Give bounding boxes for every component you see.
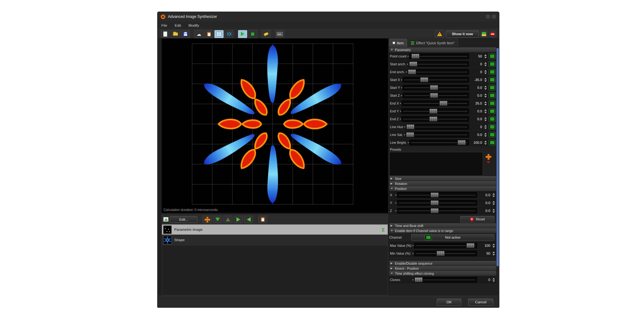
parameter-label[interactable]: Line Sat. xyxy=(390,133,403,137)
dropdown-arrow-icon[interactable]: ▾ xyxy=(395,202,397,204)
modulation-button[interactable] xyxy=(489,77,496,83)
parameter-slider[interactable] xyxy=(406,124,469,130)
spinner[interactable] xyxy=(483,93,487,98)
section-enable-channel[interactable]: ▼ Enable item if Channel value is in ran… xyxy=(389,228,496,233)
save-button[interactable] xyxy=(181,30,190,38)
spinner[interactable] xyxy=(483,140,487,145)
parameter-value[interactable]: 0 xyxy=(470,70,483,74)
slider-thumb[interactable] xyxy=(430,208,439,213)
parameter-value[interactable]: 0 xyxy=(470,62,483,66)
play-button[interactable] xyxy=(238,30,247,38)
paste-item-button[interactable] xyxy=(258,216,267,223)
spinner[interactable] xyxy=(483,61,487,67)
parameter-slider[interactable] xyxy=(397,208,477,214)
parameter-value[interactable]: 100 xyxy=(478,244,491,247)
slider-thumb[interactable] xyxy=(406,124,414,129)
move-up-button[interactable] xyxy=(223,216,232,223)
presets-list[interactable] xyxy=(389,152,483,176)
spinner[interactable] xyxy=(483,77,487,83)
spinner[interactable] xyxy=(483,124,487,130)
effect-button[interactable] xyxy=(225,30,234,38)
dropdown-arrow-icon[interactable]: ▾ xyxy=(404,133,405,136)
slider-thumb[interactable] xyxy=(429,109,437,114)
parameter-label[interactable]: End anch. xyxy=(390,70,405,74)
preset-menu-icon[interactable] xyxy=(486,161,490,164)
dropdown-arrow-icon[interactable]: ▾ xyxy=(401,86,402,89)
dropdown-arrow-icon[interactable]: ▾ xyxy=(400,110,401,113)
open-button[interactable] xyxy=(171,30,180,38)
parameter-label[interactable]: End Y xyxy=(390,109,399,113)
scene-colors-button[interactable] xyxy=(480,31,487,37)
parameter-slider[interactable] xyxy=(414,277,477,283)
parameter-label[interactable]: Start Z xyxy=(390,94,400,97)
parameter-slider[interactable] xyxy=(402,108,469,114)
parameter-label[interactable]: Max Value (%) xyxy=(390,244,411,247)
dropdown-arrow-icon[interactable]: ▾ xyxy=(395,209,397,212)
parameter-slider[interactable] xyxy=(397,192,477,198)
parameter-label[interactable]: Z xyxy=(390,209,394,213)
spinner[interactable] xyxy=(483,85,487,90)
parameter-value[interactable]: 35.0 xyxy=(470,101,483,105)
parameter-slider[interactable] xyxy=(403,77,469,83)
modulation-button[interactable] xyxy=(489,61,496,67)
parameter-slider[interactable] xyxy=(408,69,469,75)
parameter-slider[interactable] xyxy=(414,243,477,248)
parameter-label[interactable]: Line Bright. xyxy=(390,141,407,144)
parameter-value[interactable]: 0.0 xyxy=(470,133,483,137)
parameter-label[interactable]: X xyxy=(390,193,394,197)
add-item-button[interactable] xyxy=(203,216,212,223)
section-position[interactable]: ▼ Position xyxy=(389,186,496,191)
slider-thumb[interactable] xyxy=(436,251,445,256)
textbox-button[interactable] xyxy=(275,30,284,38)
dropdown-arrow-icon[interactable]: ▾ xyxy=(408,55,409,58)
dropdown-arrow-icon[interactable]: ▾ xyxy=(408,141,409,144)
parameter-slider[interactable] xyxy=(402,100,469,106)
parameter-slider[interactable] xyxy=(402,116,469,122)
dropdown-arrow-icon[interactable]: ▾ xyxy=(401,78,402,81)
slider-thumb[interactable] xyxy=(420,77,428,82)
parameter-value[interactable]: 100.0 xyxy=(470,141,483,144)
parameter-value[interactable]: 0 xyxy=(470,125,483,129)
sigma-icon[interactable]: Σ xyxy=(382,227,386,232)
dropdown-arrow-icon[interactable]: ▾ xyxy=(412,252,414,255)
window-close-icon[interactable] xyxy=(492,15,496,19)
dropdown-arrow-icon[interactable]: ▾ xyxy=(401,94,402,97)
stop-button[interactable] xyxy=(248,30,257,38)
parameter-slider[interactable] xyxy=(409,140,469,145)
spinner[interactable] xyxy=(483,116,487,122)
move-left-button[interactable] xyxy=(244,216,253,223)
modulation-button[interactable] xyxy=(489,69,496,75)
modulation-button[interactable] xyxy=(489,108,496,114)
modulation-button[interactable] xyxy=(489,124,496,130)
slider-thumb[interactable] xyxy=(430,93,438,98)
parameter-label[interactable]: Start Y xyxy=(390,86,400,89)
spinner[interactable] xyxy=(491,208,496,214)
modulation-button[interactable] xyxy=(489,132,496,138)
dropdown-arrow-icon[interactable]: ▾ xyxy=(400,102,401,105)
section-parametric[interactable]: ▼ Parametric xyxy=(389,47,496,52)
move-right-button[interactable] xyxy=(234,216,243,223)
parameter-value[interactable]: -35.0 xyxy=(470,78,483,82)
spinner[interactable] xyxy=(491,200,496,206)
dropdown-arrow-icon[interactable]: ▾ xyxy=(406,71,407,73)
spinner[interactable] xyxy=(491,277,496,283)
parameter-label[interactable]: Start anch. xyxy=(390,62,406,66)
section-time-beat[interactable]: ▶ Time and Beat shift xyxy=(389,223,496,228)
parameter-slider[interactable] xyxy=(409,53,469,59)
tab-item[interactable]: Item xyxy=(389,39,407,47)
parameter-label[interactable]: Clones xyxy=(390,278,411,282)
section-size[interactable]: ▶ Size xyxy=(389,176,496,181)
parameter-slider[interactable] xyxy=(406,132,469,138)
parameter-value[interactable]: 0.0 xyxy=(470,109,483,113)
slider-thumb[interactable] xyxy=(406,132,414,137)
slider-thumb[interactable] xyxy=(466,243,475,248)
dropdown-arrow-icon[interactable]: ▾ xyxy=(407,63,408,66)
slider-thumb[interactable] xyxy=(429,116,437,122)
slider-thumb[interactable] xyxy=(414,277,423,282)
spinner[interactable] xyxy=(491,251,496,256)
parameter-label[interactable]: Point count xyxy=(390,54,407,58)
mute-output-button[interactable] xyxy=(489,31,496,37)
spinner[interactable] xyxy=(483,132,487,138)
slider-thumb[interactable] xyxy=(430,85,438,90)
channel-select-button[interactable]: Not active xyxy=(411,234,494,241)
